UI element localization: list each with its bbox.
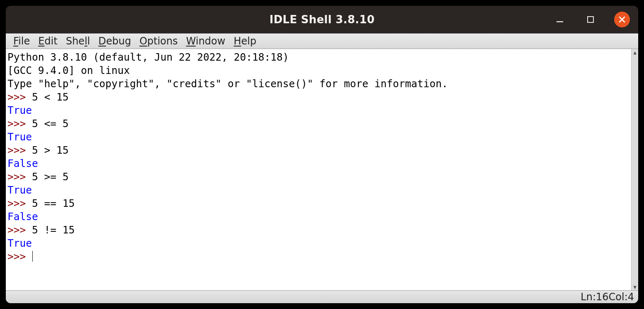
shell-area: Python 3.8.10 (default, Jun 22 2022, 20:… xyxy=(6,49,638,290)
window-title: IDLE Shell 3.8.10 xyxy=(270,13,375,26)
input-line: 5 >= 5 xyxy=(32,171,69,183)
menu-file-mnemonic: F xyxy=(13,35,18,47)
menu-edit[interactable]: Edit xyxy=(34,34,61,48)
scroll-down-icon: ▼ xyxy=(632,284,638,290)
output-line: True xyxy=(7,184,32,196)
menu-edit-mnemonic: E xyxy=(38,35,44,47)
output-line: True xyxy=(7,131,32,143)
status-line-value: 16 xyxy=(596,291,609,303)
shell-text[interactable]: Python 3.8.10 (default, Jun 22 2022, 20:… xyxy=(6,49,632,290)
prompt: >>> xyxy=(7,171,32,183)
input-line: 5 > 15 xyxy=(32,144,69,156)
menu-window-mnemonic: W xyxy=(186,35,196,47)
menu-options[interactable]: Options xyxy=(135,34,182,48)
prompt: >>> xyxy=(7,224,32,236)
menu-file[interactable]: File xyxy=(9,34,34,48)
maximize-button[interactable] xyxy=(583,12,598,27)
maximize-icon xyxy=(587,16,594,23)
prompt: >>> xyxy=(7,118,32,130)
client-area: File Edit Shell Debug Options Window Hel… xyxy=(6,33,638,303)
prompt: >>> xyxy=(7,197,32,209)
status-col-label: Col: xyxy=(609,291,628,303)
window-controls xyxy=(553,6,630,33)
menu-help-mnemonic: H xyxy=(233,35,241,47)
output-line: False xyxy=(7,157,38,169)
output-line: True xyxy=(7,104,32,116)
menu-shell-mnemonic: l xyxy=(85,35,87,47)
text-caret xyxy=(32,251,33,262)
idle-window: IDLE Shell 3.8.10 File Ed xyxy=(6,6,638,303)
scroll-up-icon: ▲ xyxy=(632,49,638,56)
input-line: 5 < 15 xyxy=(32,91,69,103)
svg-rect-1 xyxy=(588,17,593,22)
statusbar: Ln: 16 Col: 4 xyxy=(6,290,638,303)
menu-help[interactable]: Help xyxy=(229,34,260,48)
prompt: >>> xyxy=(7,144,32,156)
prompt: >>> xyxy=(7,250,32,262)
banner-line: [GCC 9.4.0] on linux xyxy=(7,64,130,76)
minimize-button[interactable] xyxy=(553,12,567,27)
close-icon xyxy=(618,16,626,23)
input-line: 5 == 15 xyxy=(32,197,75,209)
vertical-scrollbar[interactable]: ▲ ▼ xyxy=(631,49,638,290)
menu-debug-mnemonic: D xyxy=(98,35,106,47)
output-line: False xyxy=(7,211,38,223)
banner-line: Python 3.8.10 (default, Jun 22 2022, 20:… xyxy=(7,51,295,63)
svg-rect-0 xyxy=(557,21,563,22)
status-line-label: Ln: xyxy=(581,291,596,303)
output-line: True xyxy=(7,237,32,249)
minimize-icon xyxy=(556,15,564,24)
menubar: File Edit Shell Debug Options Window Hel… xyxy=(6,34,638,49)
menu-debug[interactable]: Debug xyxy=(94,34,135,48)
prompt: >>> xyxy=(7,91,32,103)
status-col-value: 4 xyxy=(628,291,634,303)
input-line: 5 <= 5 xyxy=(32,118,69,130)
close-button[interactable] xyxy=(614,12,630,27)
menu-window[interactable]: Window xyxy=(182,34,230,48)
menu-shell[interactable]: Shell xyxy=(62,34,95,48)
menu-options-mnemonic: O xyxy=(139,35,147,47)
input-line: 5 != 15 xyxy=(32,224,75,236)
titlebar: IDLE Shell 3.8.10 xyxy=(6,6,638,33)
banner-line: Type "help", "copyright", "credits" or "… xyxy=(7,78,448,90)
